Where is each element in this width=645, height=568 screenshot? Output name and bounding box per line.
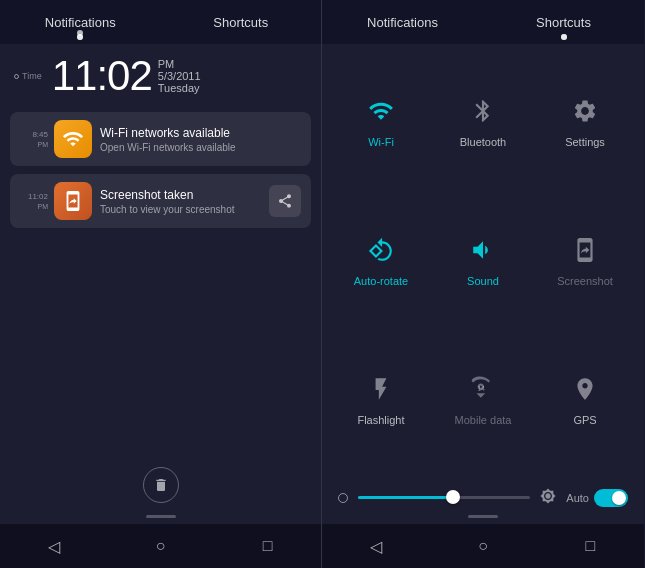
back-button-left[interactable]: ◁ bbox=[39, 531, 69, 561]
recents-button-right[interactable]: □ bbox=[575, 531, 605, 561]
time-label: Time bbox=[14, 71, 42, 81]
shortcut-settings[interactable]: Settings bbox=[534, 54, 636, 193]
right-panel: Notifications Shortcuts Wi-Fi Bluetoo bbox=[322, 0, 644, 568]
shortcut-label-settings: Settings bbox=[565, 136, 605, 148]
scroll-indicator-right bbox=[468, 515, 498, 518]
left-tabs: Notifications Shortcuts bbox=[0, 0, 321, 44]
shortcut-label-bluetooth: Bluetooth bbox=[460, 136, 506, 148]
nav-bar-left: ◁ ○ □ bbox=[0, 524, 321, 568]
shortcut-label-autorotate: Auto-rotate bbox=[354, 275, 408, 287]
brightness-max-icon bbox=[540, 488, 556, 507]
notification-list: 8:45 PM Wi-Fi networks available Open Wi… bbox=[0, 108, 321, 286]
notif-desc-wifi: Open Wi-Fi networks available bbox=[100, 142, 301, 153]
toggle-knob bbox=[612, 491, 626, 505]
clear-notifications-button[interactable] bbox=[143, 467, 179, 503]
brightness-min-icon bbox=[338, 493, 348, 503]
auto-toggle-switch[interactable] bbox=[594, 489, 628, 507]
auto-brightness-toggle[interactable]: Auto bbox=[566, 489, 628, 507]
trash-area bbox=[0, 455, 321, 515]
right-tabs: Notifications Shortcuts bbox=[322, 0, 644, 44]
auto-label: Auto bbox=[566, 492, 589, 504]
notif-icon-screenshot bbox=[54, 182, 92, 220]
notif-desc-screenshot: Touch to view your screenshot bbox=[100, 204, 263, 215]
back-button-right[interactable]: ◁ bbox=[361, 531, 391, 561]
shortcut-bluetooth[interactable]: Bluetooth bbox=[432, 54, 534, 193]
shortcuts-grid: Wi-Fi Bluetooth Settings bbox=[322, 44, 644, 480]
time-bar: Time 11:02 PM 5/3/2011 Tuesday bbox=[0, 44, 321, 108]
tab-notifications-right[interactable]: Notifications bbox=[322, 0, 483, 44]
notif-action-share[interactable] bbox=[269, 185, 301, 217]
notif-content-screenshot: Screenshot taken Touch to view your scre… bbox=[100, 188, 263, 215]
shortcut-label-sound: Sound bbox=[467, 275, 499, 287]
time-day: Tuesday bbox=[158, 82, 201, 94]
shortcut-label-mobiledata: Mobile data bbox=[455, 414, 512, 426]
gps-icon bbox=[572, 376, 598, 409]
home-button-right[interactable]: ○ bbox=[468, 531, 498, 561]
shortcut-label-wifi: Wi-Fi bbox=[368, 136, 394, 148]
scroll-indicator-left bbox=[146, 515, 176, 518]
shortcut-label-screenshot: Screenshot bbox=[557, 275, 613, 287]
notif-time-screenshot: 11:02 PM bbox=[20, 190, 48, 211]
notif-time-wifi: 8:45 PM bbox=[20, 128, 48, 149]
shortcut-sound[interactable]: Sound bbox=[432, 193, 534, 332]
notif-title-wifi: Wi-Fi networks available bbox=[100, 126, 301, 140]
shortcut-label-flashlight: Flashlight bbox=[357, 414, 404, 426]
left-panel: Notifications Shortcuts Time 11:02 PM 5/… bbox=[0, 0, 322, 568]
time-ampm: PM bbox=[158, 58, 201, 70]
shortcut-autorotate[interactable]: Auto-rotate bbox=[330, 193, 432, 332]
flashlight-icon bbox=[368, 376, 394, 409]
time-date: 5/3/2011 bbox=[158, 70, 201, 82]
notif-icon-wifi bbox=[54, 120, 92, 158]
shortcut-flashlight[interactable]: Flashlight bbox=[330, 331, 432, 470]
brightness-slider[interactable] bbox=[358, 496, 530, 499]
shortcut-label-gps: GPS bbox=[573, 414, 596, 426]
notification-screenshot[interactable]: 11:02 PM Screenshot taken Touch to view … bbox=[10, 174, 311, 228]
time-details: PM 5/3/2011 Tuesday bbox=[158, 58, 201, 94]
brightness-thumb[interactable] bbox=[446, 490, 460, 504]
brightness-fill bbox=[358, 496, 453, 499]
bluetooth-icon bbox=[470, 98, 496, 131]
nav-bar-right: ◁ ○ □ bbox=[322, 524, 644, 568]
shortcut-wifi[interactable]: Wi-Fi bbox=[330, 54, 432, 193]
tab-notifications-left[interactable]: Notifications bbox=[0, 0, 161, 44]
tab-shortcuts-left[interactable]: Shortcuts bbox=[161, 0, 322, 44]
recents-button-left[interactable]: □ bbox=[253, 531, 283, 561]
shortcut-screenshot[interactable]: Screenshot bbox=[534, 193, 636, 332]
svg-text:14: 14 bbox=[478, 385, 486, 392]
wifi-icon bbox=[368, 98, 394, 131]
autorotate-icon bbox=[368, 237, 394, 270]
shortcut-gps[interactable]: GPS bbox=[534, 331, 636, 470]
notif-title-screenshot: Screenshot taken bbox=[100, 188, 263, 202]
screenshot-icon bbox=[572, 237, 598, 270]
clock-time: 11:02 bbox=[52, 52, 152, 100]
notification-wifi[interactable]: 8:45 PM Wi-Fi networks available Open Wi… bbox=[10, 112, 311, 166]
sound-icon bbox=[470, 237, 496, 270]
settings-icon bbox=[572, 98, 598, 131]
home-button-left[interactable]: ○ bbox=[146, 531, 176, 561]
tab-shortcuts-right[interactable]: Shortcuts bbox=[483, 0, 644, 44]
notif-content-wifi: Wi-Fi networks available Open Wi-Fi netw… bbox=[100, 126, 301, 153]
mobiledata-icon: 14 bbox=[470, 376, 496, 409]
shortcut-mobiledata[interactable]: 14 Mobile data bbox=[432, 331, 534, 470]
brightness-bar: Auto bbox=[322, 480, 644, 515]
